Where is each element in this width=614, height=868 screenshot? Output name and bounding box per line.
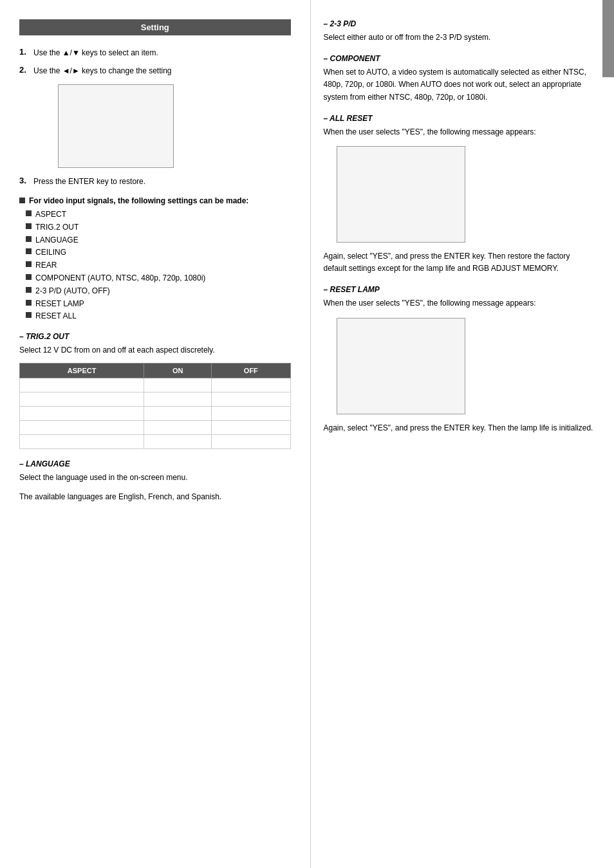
all-reset-header: – ALL RESET: [324, 114, 595, 123]
table-cell: [20, 421, 144, 435]
preview-image-1: [58, 84, 174, 168]
step-3: 3. Press the ENTER key to restore.: [19, 176, 291, 187]
all-reset-body-1: When the user selects "YES", the followi…: [324, 126, 595, 138]
step-3-number: 3.: [19, 176, 31, 185]
bullet-icon-rear: [26, 261, 32, 267]
table-cell: [144, 392, 212, 407]
bullet-icon-aspect: [26, 210, 32, 216]
trig2-body: Select 12 V DC from on and off at each a…: [19, 344, 291, 356]
step-1-number: 1.: [19, 47, 31, 57]
step-1-text: Use the ▲/▼ keys to select an item.: [33, 47, 158, 59]
right-column: – 2-3 P/D Select either auto or off from…: [310, 0, 615, 868]
bullet-item-ceiling: CEILING: [26, 247, 291, 258]
bullet-icon-23pd: [26, 287, 32, 293]
section-title: Setting: [19, 19, 291, 35]
video-input-header: For video input signals, the following s…: [19, 196, 291, 205]
bullet-label-language: LANGUAGE: [35, 235, 79, 246]
bullet-icon-reset-lamp: [26, 300, 32, 306]
table-cell: [144, 435, 212, 449]
table-cell: [20, 435, 144, 449]
bullet-list: ASPECT TRIG.2 OUT LANGUAGE CEILING REAR …: [26, 209, 291, 322]
reset-lamp-header: – RESET LAMP: [324, 285, 595, 294]
bullet-item-23pd: 2-3 P/D (AUTO, OFF): [26, 286, 291, 297]
table-cell: [212, 392, 290, 407]
table-row: [20, 435, 291, 449]
bullet-item-trig2: TRIG.2 OUT: [26, 222, 291, 233]
language-body-1: Select the language used in the on-scree…: [19, 472, 291, 484]
bullet-icon-trig2: [26, 223, 32, 229]
all-reset-body-2: Again, select "YES", and press the ENTER…: [324, 250, 595, 275]
bullet-item-aspect: ASPECT: [26, 209, 291, 220]
table-header-off: OFF: [212, 364, 290, 378]
p23-body: Select either auto or off from the 2-3 P…: [324, 32, 595, 44]
language-body-2: The available languages are English, Fre…: [19, 491, 291, 503]
step-2: 2. Use the ◄/► keys to change the settin…: [19, 65, 291, 77]
reset-lamp-header-text: – RESET LAMP: [324, 285, 380, 294]
bullet-item-reset-lamp: RESET LAMP: [26, 299, 291, 309]
table-cell: [20, 378, 144, 392]
bullet-label-component: COMPONENT (AUTO, NTSC, 480p, 720p, 1080i…: [35, 273, 205, 284]
table-header-on: ON: [144, 364, 212, 378]
step-3-text: Press the ENTER key to restore.: [33, 176, 145, 187]
table-cell: [212, 435, 290, 449]
bullet-label-ceiling: CEILING: [35, 247, 66, 258]
table-cell: [144, 407, 212, 421]
step-2-number: 2.: [19, 65, 31, 75]
bullet-label-reset-all: RESET ALL: [35, 311, 77, 322]
table-row: [20, 378, 291, 392]
table-row: [20, 407, 291, 421]
table-header-aspect: ASPECT: [20, 364, 144, 378]
sidebar-decoration: [602, 0, 614, 77]
table-row: [20, 392, 291, 407]
component-body: When set to AUTO, a video system is auto…: [324, 66, 595, 104]
bullet-item-rear: REAR: [26, 260, 291, 271]
table-cell: [20, 392, 144, 407]
bullet-label-rear: REAR: [35, 260, 57, 271]
reset-lamp-body-1: When the user selects "YES", the followi…: [324, 297, 595, 309]
table-cell: [20, 407, 144, 421]
bullet-icon-ceiling: [26, 248, 32, 254]
language-header: – LANGUAGE: [19, 459, 291, 468]
table-row: [20, 421, 291, 435]
bullet-icon-header: [19, 198, 25, 203]
component-header: – COMPONENT: [324, 54, 595, 63]
video-input-header-text: For video input signals, the following s…: [29, 196, 248, 205]
language-header-text: – LANGUAGE: [19, 459, 70, 468]
table-cell: [212, 378, 290, 392]
bullet-icon-reset-all: [26, 312, 32, 318]
step-2-text: Use the ◄/► keys to change the setting: [33, 65, 172, 77]
bullet-item-component: COMPONENT (AUTO, NTSC, 480p, 720p, 1080i…: [26, 273, 291, 284]
bullet-icon-component: [26, 274, 32, 280]
bullet-label-aspect: ASPECT: [35, 209, 66, 220]
preview-image-3: [337, 318, 465, 414]
aspect-table: ASPECT ON OFF: [19, 363, 291, 449]
bullet-item-language: LANGUAGE: [26, 235, 291, 246]
step-1: 1. Use the ▲/▼ keys to select an item.: [19, 47, 291, 59]
p23-header-text: – 2-3 P/D: [324, 19, 357, 28]
table-cell: [212, 421, 290, 435]
table-cell: [144, 421, 212, 435]
bullet-label-trig2: TRIG.2 OUT: [35, 222, 79, 233]
bullet-item-reset-all: RESET ALL: [26, 311, 291, 322]
left-column: Setting 1. Use the ▲/▼ keys to select an…: [0, 0, 310, 868]
reset-lamp-body-2: Again, select "YES", and press the ENTER…: [324, 422, 595, 434]
all-reset-header-text: – ALL RESET: [324, 114, 373, 123]
trig2-header: – TRIG.2 OUT: [19, 332, 291, 341]
table-cell: [212, 407, 290, 421]
bullet-icon-language: [26, 236, 32, 242]
table-cell: [144, 378, 212, 392]
page: Setting 1. Use the ▲/▼ keys to select an…: [0, 0, 614, 868]
bullet-label-reset-lamp: RESET LAMP: [35, 299, 84, 309]
trig2-header-text: – TRIG.2 OUT: [19, 332, 69, 341]
preview-image-2: [337, 146, 465, 243]
p23-header: – 2-3 P/D: [324, 19, 595, 28]
component-header-text: – COMPONENT: [324, 54, 380, 63]
bullet-label-23pd: 2-3 P/D (AUTO, OFF): [35, 286, 110, 297]
